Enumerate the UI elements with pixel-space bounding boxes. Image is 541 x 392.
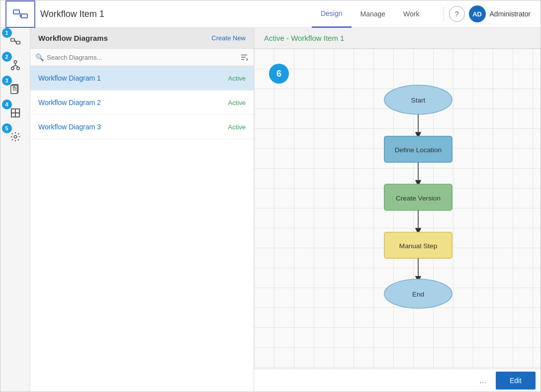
nav-work[interactable]: Work: [394, 0, 428, 28]
svg-text:Define Location: Define Location: [395, 146, 442, 154]
svg-rect-20: [15, 113, 19, 117]
sort-button[interactable]: [240, 53, 249, 62]
diagram-status-2: Active: [228, 99, 246, 106]
diagram-panel: Workflow Diagrams Create New 🔍 Work: [30, 28, 254, 392]
header-logo[interactable]: [5, 0, 35, 28]
svg-rect-19: [11, 113, 15, 117]
step-badge-6: 6: [269, 64, 289, 84]
svg-rect-1: [21, 14, 27, 18]
diagram-item-2[interactable]: Workflow Diagram 2 Active: [30, 91, 254, 115]
search-icon: 🔍: [35, 53, 44, 61]
badge-5: 5: [2, 123, 12, 133]
sidebar-item-list[interactable]: 4: [4, 102, 26, 124]
svg-rect-3: [16, 41, 19, 44]
svg-text:Manual Step: Manual Step: [399, 242, 437, 250]
workflow-diagram-svg: Start Define Location Create Version: [294, 74, 541, 369]
sidebar-item-org[interactable]: 2: [4, 54, 26, 76]
svg-point-10: [16, 67, 19, 70]
avatar: AD: [469, 5, 486, 22]
search-bar: 🔍: [30, 49, 254, 66]
svg-text:Start: Start: [411, 97, 426, 104]
search-input[interactable]: [47, 54, 237, 61]
main-content: 1 2 3: [0, 28, 541, 392]
help-button[interactable]: ?: [449, 6, 465, 22]
header: Workflow Item 1 Design Manage Work ? AD …: [0, 0, 541, 28]
panel-title: Workflow Diagrams: [38, 34, 108, 42]
panel-header: Workflow Diagrams Create New: [30, 28, 254, 49]
sidebar-item-workflow[interactable]: 1: [4, 30, 26, 52]
svg-rect-17: [11, 109, 15, 113]
canvas-footer: ... Edit: [254, 369, 541, 392]
canvas-body[interactable]: 6 Start Define Location: [254, 49, 541, 369]
create-new-button[interactable]: Create New: [211, 34, 246, 42]
badge-3: 3: [2, 76, 12, 86]
nav-manage[interactable]: Manage: [352, 0, 395, 28]
username-label: Administrator: [490, 10, 531, 18]
canvas-area: Active - Workflow Item 1 6 Start Define …: [254, 28, 541, 392]
badge-4: 4: [2, 99, 12, 109]
svg-rect-2: [10, 39, 14, 42]
svg-point-9: [11, 67, 14, 70]
app-container: Workflow Item 1 Design Manage Work ? AD …: [0, 0, 541, 392]
nav-design[interactable]: Design: [312, 0, 352, 28]
header-divider: [444, 6, 444, 21]
footer-more-button[interactable]: ...: [475, 372, 491, 389]
svg-text:End: End: [412, 291, 424, 298]
sidebar-item-document[interactable]: 3: [4, 78, 26, 100]
badge-1: 1: [2, 28, 12, 38]
svg-rect-0: [13, 10, 19, 14]
svg-point-5: [14, 61, 17, 64]
svg-text:Create Version: Create Version: [396, 195, 441, 202]
diagram-item-1[interactable]: Workflow Diagram 1 Active: [30, 66, 254, 91]
diagram-status-3: Active: [228, 123, 246, 131]
diagram-name-1: Workflow Diagram 1: [38, 74, 101, 82]
canvas-header: Active - Workflow Item 1: [254, 28, 541, 49]
sidebar-item-settings[interactable]: 5: [4, 126, 26, 148]
edit-button[interactable]: Edit: [496, 372, 536, 390]
diagram-name-2: Workflow Diagram 2: [38, 98, 101, 106]
sidebar-icons: 1 2 3: [0, 28, 30, 392]
svg-point-21: [14, 135, 17, 138]
page-title: Workflow Item 1: [40, 9, 312, 19]
header-nav: Design Manage Work: [312, 0, 429, 28]
diagram-name-3: Workflow Diagram 3: [38, 123, 101, 131]
diagram-item-3[interactable]: Workflow Diagram 3 Active: [30, 115, 254, 139]
svg-rect-18: [15, 109, 19, 113]
badge-2: 2: [2, 52, 12, 62]
diagram-status-1: Active: [228, 75, 246, 82]
diagram-list: Workflow Diagram 1 Active Workflow Diagr…: [30, 66, 254, 392]
